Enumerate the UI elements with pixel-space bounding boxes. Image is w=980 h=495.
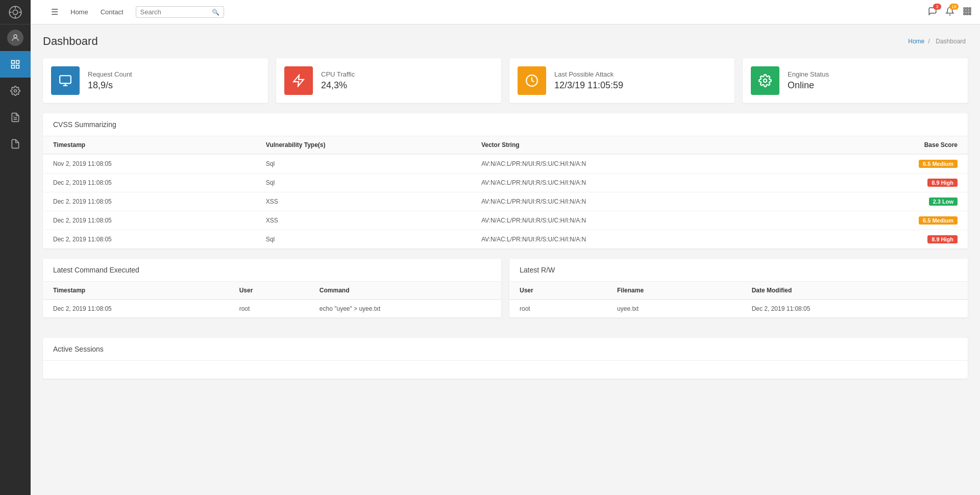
cvss-row-vuln: Sql [256, 230, 471, 249]
svg-rect-15 [967, 8, 968, 9]
rw-row-date: Dec 2, 2019 11:08:05 [742, 300, 968, 317]
svg-point-11 [14, 90, 17, 92]
cvss-col-score: Base Score [808, 136, 968, 154]
cvss-row-timestamp: Dec 2, 2019 11:08:05 [43, 192, 256, 211]
sidebar-item-documents[interactable] [0, 131, 31, 157]
svg-rect-8 [16, 61, 19, 64]
latest-rw-table: User Filename Date Modified root uyee.tx… [509, 282, 968, 317]
active-sessions-header: Active Sessions [43, 338, 968, 361]
rw-row-filename: uyee.txt [607, 300, 742, 317]
cmd-row-user: root [229, 300, 309, 317]
cvss-row-timestamp: Nov 2, 2019 11:08:05 [43, 154, 256, 174]
table-row: Dec 2, 2019 11:08:05 Sql AV:N/AC:L/PR:N/… [43, 174, 968, 192]
cvss-row-vuln: Sql [256, 174, 471, 192]
cpu-traffic-label: CPU Traffic [321, 70, 355, 78]
engine-status-icon [751, 66, 779, 95]
cvss-col-vector: Vector String [471, 136, 808, 154]
nav-contact-link[interactable]: Contact [101, 8, 124, 16]
last-attack-value: 12/3/19 11:05:59 [554, 80, 623, 91]
lower-panels: Latest Command Executed Timestamp User C… [43, 259, 968, 328]
sidebar-logo[interactable] [0, 0, 31, 24]
score-badge: 8.9 High [927, 235, 958, 243]
bell-notification-button[interactable]: 18 [945, 7, 954, 18]
cpu-traffic-icon [284, 66, 313, 95]
menu-icon[interactable]: ☰ [51, 7, 58, 17]
sidebar [0, 0, 31, 495]
cvss-row-score: 8.9 High [808, 230, 968, 249]
svg-rect-21 [967, 13, 968, 14]
stat-card-cpu-traffic: CPU Traffic 24,3% [276, 58, 501, 103]
cmd-col-command: Command [309, 282, 501, 300]
cvss-table-scroll[interactable]: Timestamp Vulnerability Type(s) Vector S… [43, 136, 968, 249]
cvss-row-vector: AV:N/AC:L/PR:N/UI:R/S:U/C:H/I:N/A:N [471, 230, 808, 249]
table-row: Dec 2, 2019 11:08:05 XSS AV:N/AC:L/PR:N/… [43, 211, 968, 230]
sidebar-item-dashboard[interactable] [0, 51, 31, 78]
cpu-traffic-info: CPU Traffic 24,3% [321, 70, 355, 91]
svg-rect-16 [969, 8, 971, 9]
request-count-info: Request Count 18,9/s [88, 70, 132, 91]
svg-point-28 [764, 79, 767, 83]
cvss-row-vuln: XSS [256, 211, 471, 230]
rw-col-filename: Filename [607, 282, 742, 300]
latest-rw-panel: Latest R/W User Filename Date Modified r… [509, 259, 968, 317]
table-row: root uyee.txt Dec 2, 2019 11:08:05 [509, 300, 968, 317]
active-sessions-panel: Active Sessions [43, 338, 968, 379]
request-count-icon [51, 66, 80, 95]
cvss-row-vector: AV:N/AC:L/PR:N/UI:R/S:U/C:H/I:N/A:N [471, 154, 808, 174]
rw-row-user: root [509, 300, 607, 317]
sidebar-item-settings[interactable] [0, 78, 31, 104]
last-attack-label: Last Possible Attack [554, 70, 623, 78]
search-box: 🔍 [136, 6, 224, 18]
apps-button[interactable] [963, 7, 972, 18]
page-header: Dashboard Home / Dashboard [43, 35, 968, 48]
request-count-value: 18,9/s [88, 80, 132, 91]
latest-command-header: Latest Command Executed [43, 259, 501, 282]
sidebar-avatar[interactable] [0, 24, 31, 51]
cvss-row-vector: AV:N/AC:L/PR:N/UI:R/S:U/C:H/I:N/A:N [471, 211, 808, 230]
stat-card-request-count: Request Count 18,9/s [43, 58, 268, 103]
nav-home-link[interactable]: Home [70, 8, 88, 16]
breadcrumb-home[interactable]: Home [908, 38, 924, 45]
cmd-row-timestamp: Dec 2, 2019 11:08:05 [43, 300, 229, 317]
svg-rect-10 [16, 65, 19, 68]
cvss-row-vector: AV:N/AC:L/PR:N/UI:R/S:U/C:H/I:N/A:N [471, 174, 808, 192]
score-badge: 6.5 Medium [919, 160, 958, 168]
chat-notification-button[interactable]: 3 [928, 7, 937, 18]
svg-rect-22 [969, 13, 971, 14]
cvss-row-vector: AV:N/AC:L/PR:N/UI:R/S:U/C:H/I:N/A:N [471, 192, 808, 211]
svg-rect-7 [12, 61, 15, 64]
breadcrumb: Home / Dashboard [908, 38, 968, 45]
cvss-row-vuln: XSS [256, 192, 471, 211]
cvss-row-timestamp: Dec 2, 2019 11:08:05 [43, 230, 256, 249]
svg-marker-26 [293, 75, 304, 86]
svg-rect-20 [964, 13, 965, 14]
svg-point-1 [13, 10, 17, 14]
search-icon: 🔍 [212, 9, 219, 16]
engine-status-label: Engine Status [788, 70, 829, 78]
cvss-table: Timestamp Vulnerability Type(s) Vector S… [43, 136, 968, 249]
cvss-row-score: 6.5 Medium [808, 211, 968, 230]
svg-rect-17 [964, 10, 965, 12]
rw-col-date: Date Modified [742, 282, 968, 300]
svg-rect-9 [12, 65, 15, 68]
cvss-row-score: 8.9 High [808, 174, 968, 192]
score-badge: 8.9 High [927, 179, 958, 187]
svg-rect-18 [967, 10, 968, 12]
stat-card-last-attack: Last Possible Attack 12/3/19 11:05:59 [509, 58, 734, 103]
request-count-label: Request Count [88, 70, 132, 78]
topnav-right: 3 18 [928, 7, 972, 18]
cvss-row-timestamp: Dec 2, 2019 11:08:05 [43, 211, 256, 230]
topnav-left: ☰ Home Contact 🔍 [8, 6, 928, 18]
cvss-panel-header: CVSS Summarizing [43, 113, 968, 136]
svg-rect-19 [969, 10, 971, 12]
cvss-col-vuln: Vulnerability Type(s) [256, 136, 471, 154]
latest-command-table: Timestamp User Command Dec 2, 2019 11:08… [43, 282, 501, 317]
avatar-circle [7, 30, 23, 46]
breadcrumb-current: Dashboard [936, 38, 966, 45]
table-row: Dec 2, 2019 11:08:05 XSS AV:N/AC:L/PR:N/… [43, 192, 968, 211]
topnav: ☰ Home Contact 🔍 3 18 [0, 0, 980, 24]
engine-status-info: Engine Status Online [788, 70, 829, 91]
cvss-row-vuln: Sql [256, 154, 471, 174]
sidebar-item-reports[interactable] [0, 104, 31, 131]
search-input[interactable] [140, 8, 212, 16]
